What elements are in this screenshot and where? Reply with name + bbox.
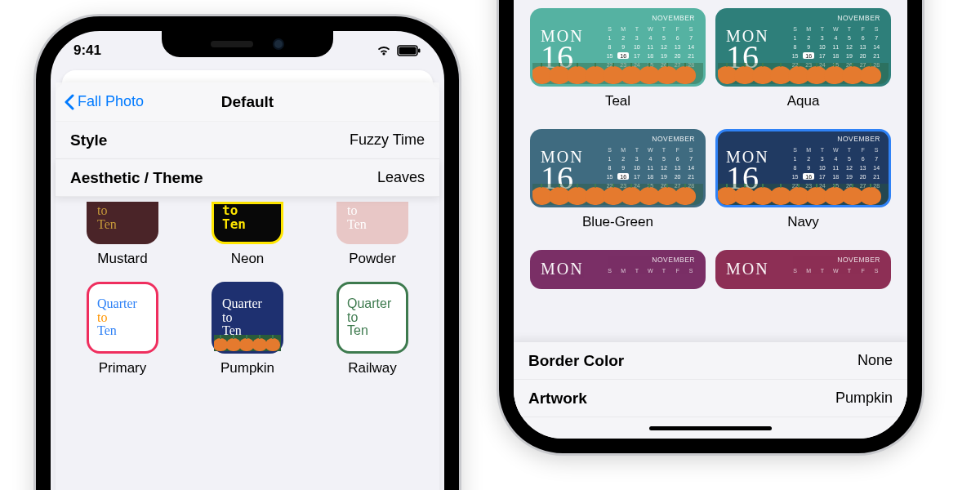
volume-up-button [46,186,51,235]
theme-label: Powder [349,251,396,267]
settings-sheet: Fall Photo Default Style Fuzzy Time Aest… [56,82,439,490]
calendar-thumb: MON16 NOVEMBERSMTWTFS1234567891011121314… [715,8,891,87]
home-indicator[interactable] [514,417,907,439]
calendar-thumb: MON16 NOVEMBERSMTWTFS1234567891011121314… [715,129,891,207]
calendar-thumb: MON NOVEMBERSMTWTFS [715,250,891,289]
power-button [907,305,912,382]
theme-thumb: to Ten [336,202,408,244]
row-theme-value: Leaves [377,169,425,186]
mini-calendar: SMTWTFS [790,267,882,274]
row-style[interactable]: Style Fuzzy Time [56,122,439,159]
row-style-value: Fuzzy Time [350,131,425,149]
pumpkin-art [214,335,281,351]
svg-rect-2 [418,49,421,53]
pumpkin-art [718,63,889,84]
theme-label: Mustard [97,251,147,267]
theme-thumb: to Ten [212,202,283,244]
calendar-color-grid[interactable]: MON16 NOVEMBERSMTWTFS1234567891011121314… [519,0,902,304]
row-artwork[interactable]: Artwork Pumpkin [514,380,907,417]
theme-label: Railway [348,360,397,376]
status-bar: 9:41 [51,41,444,60]
theme-thumb: Quarter to Ten [87,282,158,354]
calendar-thumb: MON16 NOVEMBERSMTWTFS1234567891011121314… [530,8,706,87]
theme-tile-railway[interactable]: Quarter to Ten Railway [315,282,430,376]
theme-label: Primary [99,360,147,376]
pumpkin-art [532,184,703,205]
color-label: Teal [530,93,706,109]
page-title: Default [221,93,274,111]
chevron-left-icon [64,94,74,110]
row-border-label: Border Color [528,352,624,370]
color-card-bluegreen[interactable]: MON16 NOVEMBERSMTWTFS1234567891011121314… [530,129,706,245]
row-style-label: Style [70,131,107,149]
color-label: Aqua [715,93,891,109]
calendar-thumb: MON16 NOVEMBERSMTWTFS1234567891011121314… [530,129,706,207]
theme-grid[interactable]: to Ten Mustard to Ten Neon to Ten [56,202,439,396]
status-time: 9:41 [74,42,101,59]
pumpkin-art [532,63,703,84]
theme-tile-primary[interactable]: Quarter to Ten Primary [65,282,180,376]
nav-bar: Fall Photo Default [56,82,439,122]
row-artwork-value: Pumpkin [835,390,893,407]
row-artwork-label: Artwork [528,390,587,408]
theme-label: Neon [231,251,265,267]
theme-tile-mustard[interactable]: to Ten Mustard [65,202,180,267]
phone-left: 9:41 Fall Photo Default Style Fuzzy Time… [36,16,459,490]
wifi-icon [376,45,392,56]
battery-icon [397,45,421,56]
back-label: Fall Photo [78,93,144,110]
back-button[interactable]: Fall Photo [64,93,144,110]
svg-rect-1 [399,47,416,55]
theme-tile-pumpkin[interactable]: Quarter to Ten Pumpkin [190,282,305,376]
phone-right: MON16 NOVEMBERSMTWTFS1234567891011121314… [499,0,922,453]
calendar-thumb: MON NOVEMBERSMTWTFS [530,250,706,289]
volume-down-button [46,247,51,296]
theme-thumb: Quarter to Ten [212,282,283,354]
theme-tile-powder[interactable]: to Ten Powder [315,202,430,267]
color-card-purple[interactable]: MON NOVEMBERSMTWTFS [530,250,706,289]
color-card-burgundy[interactable]: MON NOVEMBERSMTWTFS [715,250,891,289]
color-label: Navy [715,214,891,230]
pumpkin-art [718,184,889,205]
color-card-aqua[interactable]: MON16 NOVEMBERSMTWTFS1234567891011121314… [715,8,891,124]
theme-thumb: to Ten [87,202,158,244]
color-card-navy[interactable]: MON16 NOVEMBERSMTWTFS1234567891011121314… [715,129,891,245]
row-border-value: None [858,352,893,369]
volume-switch [46,136,51,162]
row-theme[interactable]: Aesthetic / Theme Leaves [56,159,439,197]
color-label: Blue-Green [530,214,706,230]
theme-thumb: Quarter to Ten [336,282,408,354]
bottom-setting-rows: Border Color None Artwork Pumpkin [514,342,907,439]
theme-tile-neon[interactable]: to Ten Neon [190,202,305,267]
theme-label: Pumpkin [220,360,274,376]
color-card-teal[interactable]: MON16 NOVEMBERSMTWTFS1234567891011121314… [530,8,706,124]
row-theme-label: Aesthetic / Theme [70,169,203,187]
mini-calendar: SMTWTFS [604,267,697,274]
row-border-color[interactable]: Border Color None [514,342,907,380]
power-button [444,203,449,280]
